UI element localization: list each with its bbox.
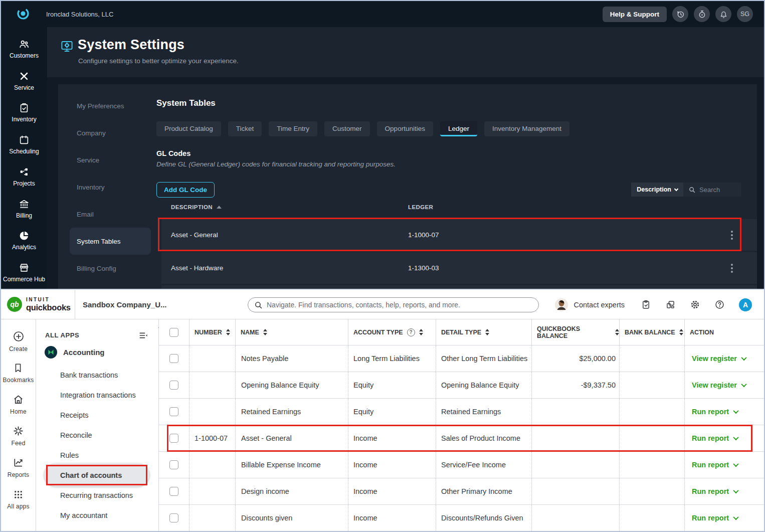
description-filter-dropdown[interactable]: Description xyxy=(631,183,683,197)
app-item-recurring-transactions[interactable]: Recurring transactions xyxy=(36,485,158,505)
rail-item-feed[interactable]: Feed xyxy=(11,425,25,447)
row-checkbox[interactable] xyxy=(169,434,178,443)
settings-nav-system-tables[interactable]: System Tables xyxy=(70,228,151,255)
app-item-my-accountant[interactable]: My accountant xyxy=(36,505,158,525)
qb-user-avatar[interactable]: A xyxy=(739,298,752,311)
row-checkbox[interactable] xyxy=(169,513,178,522)
tasks-clipboard-icon[interactable] xyxy=(641,299,651,310)
action-run-report[interactable]: Run report xyxy=(684,452,764,478)
column-detail-type[interactable]: DETAIL TYPE xyxy=(436,319,531,345)
notifications-bell-icon[interactable] xyxy=(715,6,731,22)
action-run-report[interactable]: Run report xyxy=(684,505,764,531)
rail-item-all-apps[interactable]: All apps xyxy=(7,488,29,510)
gl-row-asset-hardware[interactable]: Asset - Hardware 1-1300-03 xyxy=(161,252,757,284)
row-actions-kebab-icon[interactable] xyxy=(729,229,735,242)
qb-search-input[interactable] xyxy=(267,301,517,309)
app-item-chart-of-accounts[interactable]: Chart of accounts xyxy=(36,465,158,485)
table-row-notes-payable[interactable]: Notes Payable Long Term Liabilities Othe… xyxy=(159,345,764,372)
gl-row-partial xyxy=(161,285,757,289)
help-icon[interactable] xyxy=(714,299,725,310)
gl-filter-group: Description xyxy=(631,183,741,197)
settings-nav-service[interactable]: Service xyxy=(70,146,151,173)
tab-product-catalog[interactable]: Product Catalog xyxy=(156,121,221,136)
table-row-discounts-given[interactable]: Discounts given Income Discounts/Refunds… xyxy=(159,505,764,531)
action-run-report[interactable]: Run report xyxy=(684,478,764,504)
tab-opportunities[interactable]: Opportunities xyxy=(377,121,433,136)
action-view-register[interactable]: View register xyxy=(684,372,764,398)
row-checkbox[interactable] xyxy=(169,354,178,363)
add-gl-code-button[interactable]: Add GL Code xyxy=(156,182,215,198)
column-bank-balance[interactable]: BANK BALANCE xyxy=(619,319,684,345)
help-support-button[interactable]: Help & Support xyxy=(603,7,667,22)
accounting-group-header[interactable]: Accounting xyxy=(44,345,105,359)
select-all-checkbox[interactable] xyxy=(159,319,189,345)
sidebar-item-service[interactable]: Service xyxy=(1,65,47,97)
settings-nav-email[interactable]: Email xyxy=(70,201,151,228)
sidebar-item-projects[interactable]: Projects xyxy=(1,161,47,193)
column-account-type[interactable]: ACCOUNT TYPE? xyxy=(348,319,436,345)
table-row-retained-earnings[interactable]: Retained Earnings Equity Retained Earnin… xyxy=(159,399,764,425)
qb-topbar-actions: Contact experts A xyxy=(554,290,752,319)
table-row-opening-balance-equity[interactable]: Opening Balance Equity Equity Opening Ba… xyxy=(159,372,764,399)
table-row-billable-expense-income[interactable]: Billable Expense Income Income Service/F… xyxy=(159,452,764,478)
column-quickbooks-balance[interactable]: QUICKBOOKS BALANCE xyxy=(531,319,619,345)
action-run-report[interactable]: Run report xyxy=(684,399,764,425)
app-item-integration-transactions[interactable]: Integration transactions xyxy=(36,385,158,405)
gl-search-box[interactable] xyxy=(683,183,741,197)
grid-dots-icon xyxy=(13,488,24,500)
quickbooks-logo-icon: qb xyxy=(7,297,22,312)
contact-expert-avatar[interactable] xyxy=(554,298,568,312)
rail-item-reports[interactable]: Reports xyxy=(8,457,29,478)
action-view-register[interactable]: View register xyxy=(684,345,764,372)
tab-time-entry[interactable]: Time Entry xyxy=(269,121,317,136)
rail-item-create[interactable]: Create xyxy=(9,330,28,352)
tab-inventory-management[interactable]: Inventory Management xyxy=(484,121,569,136)
table-row-design-income[interactable]: Design income Income Other Primary Incom… xyxy=(159,478,764,505)
app-item-reconcile[interactable]: Reconcile xyxy=(36,425,158,445)
sidebar-item-inventory[interactable]: Inventory xyxy=(1,97,47,129)
sidebar-item-billing[interactable]: Billing xyxy=(1,193,47,225)
history-icon[interactable] xyxy=(672,6,688,22)
row-checkbox[interactable] xyxy=(169,381,178,390)
gl-row-asset-general[interactable]: Asset - General 1-1000-07 xyxy=(161,219,757,251)
bms-app-logo-icon[interactable] xyxy=(16,7,30,21)
settings-nav-company[interactable]: Company xyxy=(70,119,151,146)
row-actions-kebab-icon[interactable] xyxy=(729,262,735,275)
qb-search-box[interactable] xyxy=(248,297,539,312)
apps-devices-icon[interactable] xyxy=(665,299,676,310)
app-item-bank-transactions[interactable]: Bank transactions xyxy=(36,365,158,385)
settings-nav-my-preferences[interactable]: My Preferences xyxy=(70,92,151,119)
row-checkbox[interactable] xyxy=(169,460,178,469)
table-row-asset-general[interactable]: 1-1000-07 Asset - General Income Sales o… xyxy=(159,425,764,452)
settings-nav-billing-config[interactable]: Billing Config xyxy=(70,255,151,282)
column-description[interactable]: DESCRIPTION xyxy=(171,204,222,210)
gl-search-input[interactable] xyxy=(699,186,734,194)
column-number[interactable]: NUMBER xyxy=(189,319,235,345)
column-name[interactable]: NAME xyxy=(235,319,348,345)
collapse-panel-icon[interactable] xyxy=(138,330,148,340)
rail-item-bookmarks[interactable]: Bookmarks xyxy=(3,363,34,384)
sidebar-item-commerce-hub[interactable]: Commerce Hub xyxy=(1,257,47,289)
contact-experts-label[interactable]: Contact experts xyxy=(573,301,625,309)
column-ledger[interactable]: LEDGER xyxy=(408,204,433,210)
gl-codes-title: GL Codes xyxy=(156,149,190,157)
sidebar-item-customers[interactable]: Customers xyxy=(1,33,47,65)
user-avatar[interactable]: SG xyxy=(737,6,753,22)
sidebar-item-analytics[interactable]: Analytics xyxy=(1,225,47,257)
sidebar-item-scheduling[interactable]: Scheduling xyxy=(1,129,47,161)
tab-customer[interactable]: Customer xyxy=(324,121,370,136)
action-run-report[interactable]: Run report xyxy=(684,425,764,451)
gl-table-header: DESCRIPTION LEDGER xyxy=(161,204,757,210)
rail-item-home[interactable]: Home xyxy=(10,394,27,415)
tab-ticket[interactable]: Ticket xyxy=(228,121,262,136)
bms-page-header: System Settings Configure settings to be… xyxy=(47,27,764,77)
timer-icon[interactable] xyxy=(694,6,710,22)
app-item-receipts[interactable]: Receipts xyxy=(36,405,158,425)
row-checkbox[interactable] xyxy=(169,487,178,496)
settings-gear-icon[interactable] xyxy=(690,299,700,310)
qb-company-name[interactable]: Sandbox Company_U... xyxy=(83,300,167,309)
row-checkbox[interactable] xyxy=(169,407,178,416)
settings-nav-inventory[interactable]: Inventory xyxy=(70,173,151,201)
app-item-rules[interactable]: Rules xyxy=(36,445,158,465)
tab-ledger[interactable]: Ledger xyxy=(440,121,477,136)
